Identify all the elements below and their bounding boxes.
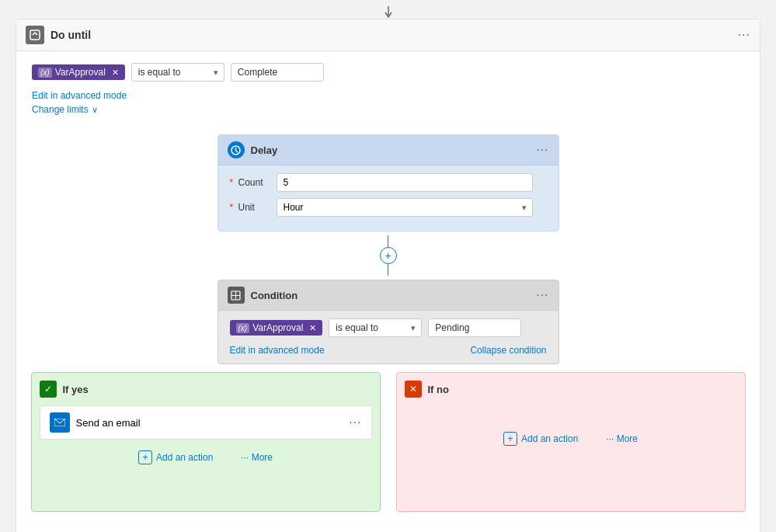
condition-card: Condition ··· (x) VarApproval ✕ is equal… — [217, 280, 559, 364]
send-email-more-button[interactable]: ··· — [349, 416, 361, 429]
do-until-outer-condition: (x) VarApproval ✕ is equal to Edit in ad… — [16, 51, 760, 127]
condition-value-input[interactable] — [428, 318, 521, 337]
outer-edit-advanced: Edit in advanced mode — [32, 89, 744, 101]
condition-operator-wrapper: is equal to — [329, 318, 422, 337]
no-branch-add-row: + Add an action ··· More — [405, 429, 737, 449]
outer-var-icon: (x) — [38, 68, 52, 78]
condition-collapse-link[interactable]: Collapse condition — [470, 345, 546, 356]
condition-title: Condition — [251, 290, 298, 301]
unit-asterisk: * — [230, 202, 234, 213]
yes-more-button[interactable]: ··· More — [235, 449, 279, 466]
send-email-card: Send an email ··· — [40, 405, 372, 440]
condition-var-name: VarApproval — [252, 322, 303, 333]
condition-card-header: Condition ··· — [218, 280, 559, 311]
outer-var-tag: (x) VarApproval ✕ — [32, 64, 125, 80]
edit-advanced-link[interactable]: Edit in advanced mode — [32, 90, 127, 101]
do-until-block: Do until ··· (x) VarApproval ✕ is equal … — [16, 19, 760, 532]
do-until-title: Do until — [50, 29, 91, 41]
if-yes-title: If yes — [63, 384, 89, 395]
do-until-icon — [26, 26, 44, 44]
outer-var-close[interactable]: ✕ — [112, 68, 119, 78]
svg-line-4 — [236, 151, 238, 152]
yes-add-action-icon: + — [138, 450, 152, 464]
delay-title: Delay — [251, 144, 278, 156]
delay-unit-select[interactable]: Hour Minute Second Day — [277, 198, 533, 217]
change-limits-link[interactable]: Change limits — [32, 104, 89, 115]
delay-card-header: Delay ··· — [218, 135, 559, 165]
outer-value-input[interactable] — [231, 63, 324, 82]
condition-header-left: Condition — [228, 287, 298, 304]
condition-links: Edit in advanced mode Collapse condition — [230, 345, 547, 356]
delay-unit-wrapper: Hour Minute Second Day — [277, 198, 533, 217]
delay-card-body: * Count * Unit Hour Minute Second — [218, 165, 559, 231]
outer-operator-wrapper: is equal to — [131, 63, 224, 82]
delay-icon — [228, 141, 245, 158]
bottom-actions-bar: + Add an action ⊕ Add a condition ··· Mo… — [16, 523, 760, 532]
delay-count-label: * Count — [230, 177, 269, 188]
no-add-action-button[interactable]: + Add an action — [497, 429, 584, 449]
condition-more-button[interactable]: ··· — [536, 288, 548, 302]
yes-add-action-button[interactable]: + Add an action — [132, 447, 219, 468]
no-more-button[interactable]: ··· More — [600, 430, 644, 447]
condition-edit-advanced-link[interactable]: Edit in advanced mode — [230, 345, 325, 356]
if-yes-icon: ✓ — [40, 381, 57, 398]
change-limits-row: Change limits ∨ — [32, 104, 744, 115]
email-icon — [50, 412, 70, 433]
top-connector — [0, 0, 776, 19]
condition-inner-row: (x) VarApproval ✕ is equal to — [230, 318, 547, 337]
outer-operator-select[interactable]: is equal to — [131, 63, 224, 82]
condition-var-close[interactable]: ✕ — [309, 323, 316, 333]
svg-rect-1 — [30, 30, 40, 40]
delay-count-row: * Count — [230, 173, 547, 192]
branches-row: ✓ If yes Send an email — [23, 372, 753, 512]
count-asterisk: * — [230, 177, 234, 188]
yes-branch-add-row: + Add an action ··· More — [40, 447, 372, 468]
delay-more-button[interactable]: ··· — [536, 143, 548, 157]
connector-line-bottom — [388, 264, 388, 276]
send-email-title: Send an email — [76, 417, 141, 429]
condition-var-icon: (x) — [236, 323, 250, 333]
delay-card: Delay ··· * Count * Unit — [217, 134, 559, 231]
delay-count-input[interactable] — [277, 173, 533, 192]
if-yes-branch: ✓ If yes Send an email — [31, 372, 381, 512]
do-until-header-left: Do until — [26, 26, 91, 44]
delay-card-header-left: Delay — [228, 141, 278, 158]
add-step-circle[interactable]: + — [380, 247, 397, 264]
if-yes-header: ✓ If yes — [40, 381, 372, 398]
condition-operator-select[interactable]: is equal to — [329, 318, 422, 337]
if-no-branch: ✕ If no + Add an action ··· More — [396, 372, 746, 512]
delay-to-condition-connector: + — [380, 235, 397, 276]
if-no-header: ✕ If no — [405, 381, 737, 398]
delay-unit-label: * Unit — [230, 202, 269, 213]
outer-var-name: VarApproval — [55, 67, 106, 78]
condition-card-body: (x) VarApproval ✕ is equal to Edit in ad… — [218, 311, 559, 363]
if-no-title: If no — [428, 384, 449, 395]
no-add-action-icon: + — [503, 432, 517, 446]
do-until-inner-content: Delay ··· * Count * Unit — [16, 127, 760, 523]
delay-unit-row: * Unit Hour Minute Second Day — [230, 198, 547, 217]
outer-condition-row: (x) VarApproval ✕ is equal to — [32, 63, 744, 82]
condition-icon — [228, 287, 245, 304]
change-limits-chevron: ∨ — [92, 105, 98, 115]
connector-line-top — [388, 235, 388, 247]
send-email-left: Send an email — [50, 412, 141, 433]
do-until-more-button[interactable]: ··· — [738, 28, 750, 42]
condition-var-tag: (x) VarApproval ✕ — [230, 320, 323, 336]
do-until-header: Do until ··· — [16, 19, 760, 51]
if-no-icon: ✕ — [405, 381, 422, 398]
